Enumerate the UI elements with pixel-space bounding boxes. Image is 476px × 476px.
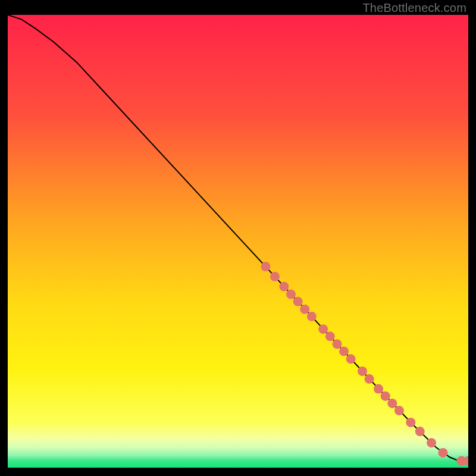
data-marker bbox=[427, 438, 436, 447]
data-marker bbox=[325, 331, 335, 341]
data-marker bbox=[286, 290, 296, 299]
data-marker bbox=[300, 305, 309, 314]
data-marker bbox=[381, 392, 390, 401]
data-marker bbox=[358, 367, 367, 376]
data-marker bbox=[406, 418, 415, 427]
data-marker bbox=[374, 384, 383, 394]
data-marker bbox=[339, 346, 349, 356]
chart-plot bbox=[8, 15, 468, 468]
data-marker bbox=[307, 312, 317, 321]
data-marker bbox=[387, 399, 397, 408]
chart-frame: TheBottleneck.com bbox=[0, 0, 476, 476]
data-marker bbox=[394, 406, 404, 415]
data-marker bbox=[279, 282, 289, 292]
attribution-text: TheBottleneck.com bbox=[362, 1, 466, 15]
data-marker bbox=[365, 374, 374, 384]
data-marker bbox=[318, 324, 328, 334]
data-marker bbox=[415, 427, 425, 436]
data-marker bbox=[346, 354, 356, 364]
chart-background bbox=[8, 15, 468, 468]
data-marker bbox=[270, 272, 280, 281]
data-marker bbox=[261, 262, 270, 271]
data-marker bbox=[438, 448, 447, 458]
data-marker bbox=[332, 339, 342, 349]
data-marker bbox=[293, 297, 303, 306]
